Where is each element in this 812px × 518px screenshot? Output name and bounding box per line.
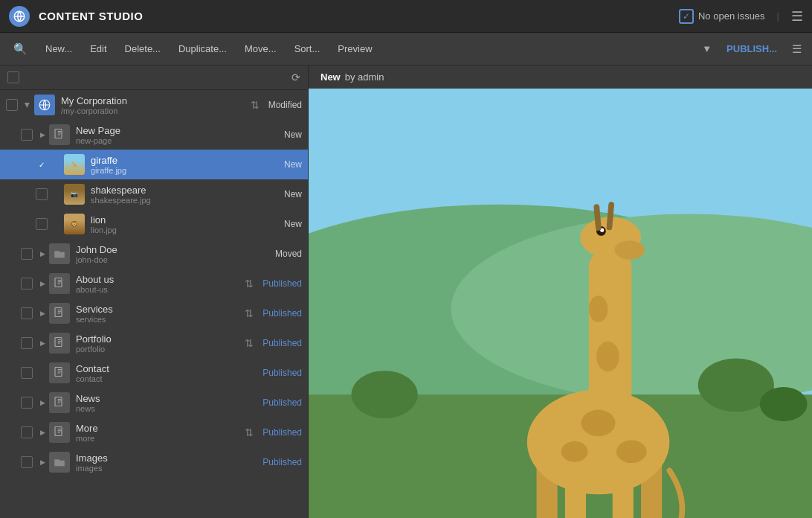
item-checkbox-new-page[interactable] bbox=[21, 129, 33, 141]
item-name-more: More bbox=[76, 423, 245, 434]
item-expand-images[interactable]: ▶ bbox=[37, 457, 48, 467]
item-name-news: News bbox=[76, 393, 260, 404]
item-expand-portfolio[interactable]: ▶ bbox=[37, 338, 48, 348]
delete-button[interactable]: Delete... bbox=[117, 39, 168, 59]
toolbar-dropdown-icon[interactable]: ▼ bbox=[697, 39, 716, 59]
item-sort-icon-about-us: ⇅ bbox=[245, 278, 254, 290]
left-panel: ⟳ ▶ My Corporation/my-corporation⇅Modifi… bbox=[0, 65, 309, 518]
select-all-checkbox[interactable] bbox=[7, 71, 19, 83]
search-button[interactable]: 🔍 bbox=[6, 38, 35, 60]
item-status-services: Published bbox=[262, 308, 302, 319]
no-issues-indicator[interactable]: ✓ No open issues bbox=[679, 9, 765, 24]
item-slug-news: news bbox=[76, 404, 260, 413]
toolbar: 🔍 New... Edit Delete... Duplicate... Mov… bbox=[0, 33, 812, 65]
tree-item-about-us[interactable]: ▶ About usabout-us⇅Published bbox=[0, 269, 308, 298]
item-icon-john-doe bbox=[49, 243, 70, 264]
tree-item-images[interactable]: ▶ ImagesimagesPublished bbox=[0, 447, 308, 477]
sort-button[interactable]: Sort... bbox=[287, 39, 328, 59]
item-checkbox-portfolio[interactable] bbox=[21, 337, 33, 349]
tree-item-portfolio[interactable]: ▶ Portfolioportfolio⇅Published bbox=[0, 328, 308, 358]
item-expand-services[interactable]: ▶ bbox=[37, 308, 48, 319]
item-status-portfolio: Published bbox=[262, 338, 302, 348]
svg-point-22 bbox=[760, 387, 808, 421]
tree-item-services[interactable]: ▶ Servicesservices⇅Published bbox=[0, 298, 308, 328]
item-checkbox-john-doe[interactable] bbox=[21, 248, 33, 260]
item-icon-about-us bbox=[49, 273, 70, 294]
item-checkbox-about-us[interactable] bbox=[21, 278, 33, 290]
item-checkbox-my-corporation[interactable] bbox=[6, 99, 18, 111]
item-expand-my-corporation[interactable]: ▶ bbox=[22, 100, 33, 110]
item-expand-more[interactable]: ▶ bbox=[37, 427, 48, 438]
preview-new-badge: New bbox=[320, 71, 341, 83]
item-slug-john-doe: john-doe bbox=[76, 255, 272, 264]
preview-header: New by admin bbox=[309, 65, 812, 89]
item-name-john-doe: John Doe bbox=[76, 244, 272, 255]
tree-item-john-doe[interactable]: ▶ John Doejohn-doeMoved bbox=[0, 239, 308, 269]
tree-item-my-corporation[interactable]: ▶ My Corporation/my-corporation⇅Modified bbox=[0, 90, 308, 120]
item-status-about-us: Published bbox=[262, 278, 302, 289]
tree-item-news[interactable]: ▶ NewsnewsPublished bbox=[0, 388, 308, 418]
item-info-lion: lionlion.jpg bbox=[91, 214, 281, 234]
giraffe-preview-image bbox=[309, 89, 812, 518]
item-sort-icon-my-corporation: ⇅ bbox=[251, 99, 260, 111]
svg-rect-4 bbox=[55, 278, 62, 287]
item-expand-new-page[interactable]: ▶ bbox=[37, 130, 48, 140]
tree-item-new-page[interactable]: ▶ New Pagenew-pageNew bbox=[0, 120, 308, 150]
item-info-services: Servicesservices bbox=[76, 304, 245, 324]
item-checkbox-images[interactable] bbox=[21, 456, 33, 468]
item-info-news: Newsnews bbox=[76, 393, 260, 413]
item-status-more: Published bbox=[262, 427, 302, 438]
item-expand-shakespeare bbox=[52, 189, 62, 199]
preview-content bbox=[309, 89, 812, 518]
item-status-shakespeare: New bbox=[284, 189, 302, 199]
item-checkbox-giraffe[interactable]: ✓ bbox=[36, 159, 48, 170]
item-checkbox-contact[interactable] bbox=[21, 367, 33, 379]
svg-point-39 bbox=[589, 295, 608, 322]
item-icon-contact bbox=[49, 362, 70, 383]
svg-rect-10 bbox=[55, 368, 62, 377]
move-button[interactable]: Move... bbox=[237, 39, 284, 59]
issues-label: No open issues bbox=[698, 10, 765, 22]
item-status-new-page: New bbox=[284, 130, 302, 140]
item-status-news: Published bbox=[262, 397, 302, 408]
item-checkbox-services[interactable] bbox=[21, 307, 33, 319]
item-name-new-page: New Page bbox=[76, 125, 281, 136]
publish-button[interactable]: PUBLISH... bbox=[719, 39, 784, 59]
item-expand-giraffe bbox=[52, 159, 62, 170]
item-expand-news[interactable]: ▶ bbox=[37, 397, 48, 408]
item-slug-my-corporation: /my-corporation bbox=[61, 106, 251, 115]
svg-point-35 bbox=[581, 410, 616, 437]
preview-button[interactable]: Preview bbox=[330, 39, 379, 59]
item-slug-more: more bbox=[76, 434, 245, 443]
item-checkbox-news[interactable] bbox=[21, 397, 33, 409]
item-checkbox-more[interactable] bbox=[21, 426, 33, 438]
item-sort-icon-more: ⇅ bbox=[245, 426, 254, 438]
tree-container: ▶ My Corporation/my-corporation⇅Modified… bbox=[0, 90, 308, 477]
item-expand-about-us[interactable]: ▶ bbox=[37, 278, 48, 289]
item-sort-icon-services: ⇅ bbox=[245, 307, 254, 319]
tree-item-more[interactable]: ▶ Moremore⇅Published bbox=[0, 418, 308, 447]
item-checkbox-lion[interactable] bbox=[36, 218, 48, 230]
item-icon-new-page bbox=[49, 124, 70, 145]
item-name-my-corporation: My Corporation bbox=[61, 95, 251, 106]
duplicate-button[interactable]: Duplicate... bbox=[171, 39, 234, 59]
app-logo[interactable] bbox=[9, 6, 30, 27]
item-expand-john-doe[interactable]: ▶ bbox=[37, 249, 48, 259]
new-button[interactable]: New... bbox=[38, 39, 80, 59]
tree-item-giraffe[interactable]: ✓🦒giraffegiraffe.jpgNew bbox=[0, 150, 308, 179]
item-name-about-us: About us bbox=[76, 274, 245, 285]
tree-item-contact[interactable]: ContactcontactPublished bbox=[0, 358, 308, 388]
refresh-button[interactable]: ⟳ bbox=[291, 71, 300, 83]
item-info-my-corporation: My Corporation/my-corporation bbox=[61, 95, 251, 115]
item-name-shakespeare: shakespeare bbox=[91, 185, 281, 196]
item-name-lion: lion bbox=[91, 214, 281, 226]
item-slug-services: services bbox=[76, 315, 245, 324]
topbar-menu-icon[interactable]: ☰ bbox=[791, 8, 803, 25]
tree-item-lion[interactable]: 🦁lionlion.jpgNew bbox=[0, 209, 308, 239]
edit-button[interactable]: Edit bbox=[83, 39, 114, 59]
toolbar-list-icon[interactable]: ☰ bbox=[787, 38, 806, 60]
item-checkbox-shakespeare[interactable] bbox=[36, 188, 48, 200]
svg-rect-12 bbox=[55, 397, 62, 406]
item-icon-more bbox=[49, 422, 70, 443]
tree-item-shakespeare[interactable]: 📷shakespeareshakespeare.jpgNew bbox=[0, 179, 308, 209]
